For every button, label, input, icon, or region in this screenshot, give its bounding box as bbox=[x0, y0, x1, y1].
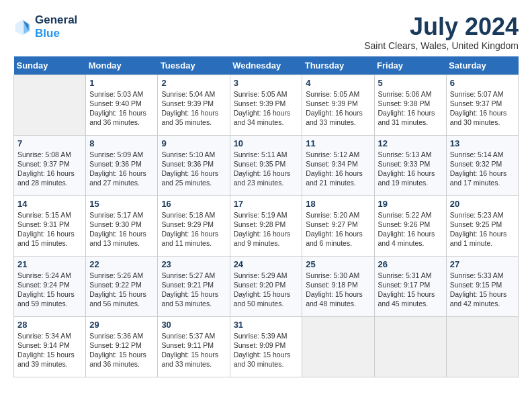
day-number: 14 bbox=[17, 199, 82, 209]
day-header-friday: Friday bbox=[374, 56, 446, 75]
day-number: 19 bbox=[378, 199, 443, 209]
calendar-cell: 21Sunrise: 5:24 AM Sunset: 9:24 PM Dayli… bbox=[14, 256, 86, 316]
day-number: 11 bbox=[306, 138, 370, 148]
calendar-week-1: 1Sunrise: 5:03 AM Sunset: 9:40 PM Daylig… bbox=[14, 75, 519, 135]
day-info: Sunrise: 5:13 AM Sunset: 9:33 PM Dayligh… bbox=[378, 150, 443, 188]
day-header-monday: Monday bbox=[86, 56, 158, 75]
calendar-body: 1Sunrise: 5:03 AM Sunset: 9:40 PM Daylig… bbox=[14, 75, 519, 377]
day-info: Sunrise: 5:04 AM Sunset: 9:39 PM Dayligh… bbox=[161, 89, 226, 128]
calendar-cell: 31Sunrise: 5:39 AM Sunset: 9:09 PM Dayli… bbox=[230, 316, 302, 377]
day-info: Sunrise: 5:11 AM Sunset: 9:35 PM Dayligh… bbox=[234, 150, 299, 188]
calendar-cell: 20Sunrise: 5:23 AM Sunset: 9:25 PM Dayli… bbox=[446, 195, 518, 256]
day-info: Sunrise: 5:12 AM Sunset: 9:34 PM Dayligh… bbox=[306, 150, 370, 188]
day-number: 31 bbox=[234, 320, 299, 330]
day-number: 28 bbox=[17, 320, 82, 330]
day-info: Sunrise: 5:07 AM Sunset: 9:37 PM Dayligh… bbox=[450, 89, 515, 128]
page-header: General Blue July 2024 Saint Clears, Wal… bbox=[13, 13, 519, 51]
calendar-cell: 19Sunrise: 5:22 AM Sunset: 9:26 PM Dayli… bbox=[374, 195, 446, 256]
day-number: 18 bbox=[306, 199, 370, 209]
day-number: 25 bbox=[306, 259, 370, 269]
calendar-cell: 22Sunrise: 5:26 AM Sunset: 9:22 PM Dayli… bbox=[86, 256, 158, 316]
day-info: Sunrise: 5:09 AM Sunset: 9:36 PM Dayligh… bbox=[89, 150, 154, 188]
day-info: Sunrise: 5:31 AM Sunset: 9:17 PM Dayligh… bbox=[378, 271, 443, 309]
day-header-wednesday: Wednesday bbox=[230, 56, 302, 75]
calendar-cell: 18Sunrise: 5:20 AM Sunset: 9:27 PM Dayli… bbox=[302, 195, 374, 256]
day-number: 5 bbox=[378, 78, 443, 88]
calendar-week-2: 7Sunrise: 5:08 AM Sunset: 9:37 PM Daylig… bbox=[14, 135, 519, 195]
day-info: Sunrise: 5:10 AM Sunset: 9:36 PM Dayligh… bbox=[161, 150, 226, 188]
day-number: 17 bbox=[234, 199, 299, 209]
day-number: 21 bbox=[17, 259, 82, 269]
day-info: Sunrise: 5:36 AM Sunset: 9:12 PM Dayligh… bbox=[89, 331, 154, 369]
day-info: Sunrise: 5:20 AM Sunset: 9:27 PM Dayligh… bbox=[306, 210, 370, 248]
day-info: Sunrise: 5:14 AM Sunset: 9:32 PM Dayligh… bbox=[450, 150, 515, 188]
day-info: Sunrise: 5:08 AM Sunset: 9:37 PM Dayligh… bbox=[17, 150, 82, 188]
calendar-table: SundayMondayTuesdayWednesdayThursdayFrid… bbox=[13, 56, 519, 377]
day-info: Sunrise: 5:17 AM Sunset: 9:30 PM Dayligh… bbox=[89, 210, 154, 248]
calendar-cell: 27Sunrise: 5:33 AM Sunset: 9:15 PM Dayli… bbox=[446, 256, 518, 316]
day-info: Sunrise: 5:24 AM Sunset: 9:24 PM Dayligh… bbox=[17, 271, 82, 309]
calendar-cell: 16Sunrise: 5:18 AM Sunset: 9:29 PM Dayli… bbox=[158, 195, 230, 256]
calendar-cell: 25Sunrise: 5:30 AM Sunset: 9:18 PM Dayli… bbox=[302, 256, 374, 316]
day-info: Sunrise: 5:26 AM Sunset: 9:22 PM Dayligh… bbox=[89, 271, 154, 309]
day-number: 12 bbox=[378, 138, 443, 148]
day-number: 6 bbox=[450, 78, 515, 88]
day-number: 16 bbox=[161, 199, 226, 209]
calendar-cell: 14Sunrise: 5:15 AM Sunset: 9:31 PM Dayli… bbox=[14, 195, 86, 256]
calendar-header: SundayMondayTuesdayWednesdayThursdayFrid… bbox=[14, 56, 519, 75]
calendar-cell bbox=[14, 75, 86, 135]
day-info: Sunrise: 5:22 AM Sunset: 9:26 PM Dayligh… bbox=[378, 210, 443, 248]
calendar-cell: 23Sunrise: 5:27 AM Sunset: 9:21 PM Dayli… bbox=[158, 256, 230, 316]
day-number: 10 bbox=[234, 138, 299, 148]
calendar-cell: 7Sunrise: 5:08 AM Sunset: 9:37 PM Daylig… bbox=[14, 135, 86, 195]
day-header-sunday: Sunday bbox=[14, 56, 86, 75]
day-number: 26 bbox=[378, 259, 443, 269]
day-number: 24 bbox=[234, 259, 299, 269]
day-info: Sunrise: 5:33 AM Sunset: 9:15 PM Dayligh… bbox=[450, 271, 515, 309]
day-number: 23 bbox=[161, 259, 226, 269]
calendar-cell: 4Sunrise: 5:05 AM Sunset: 9:39 PM Daylig… bbox=[302, 75, 374, 135]
calendar-cell: 29Sunrise: 5:36 AM Sunset: 9:12 PM Dayli… bbox=[86, 316, 158, 377]
day-info: Sunrise: 5:30 AM Sunset: 9:18 PM Dayligh… bbox=[306, 271, 370, 309]
calendar-cell bbox=[374, 316, 446, 377]
day-info: Sunrise: 5:19 AM Sunset: 9:28 PM Dayligh… bbox=[234, 210, 299, 248]
logo-icon bbox=[13, 17, 32, 36]
day-info: Sunrise: 5:15 AM Sunset: 9:31 PM Dayligh… bbox=[17, 210, 82, 248]
month-year-title: July 2024 bbox=[364, 13, 519, 40]
calendar-cell: 10Sunrise: 5:11 AM Sunset: 9:35 PM Dayli… bbox=[230, 135, 302, 195]
day-number: 13 bbox=[450, 138, 515, 148]
calendar-cell: 30Sunrise: 5:37 AM Sunset: 9:11 PM Dayli… bbox=[158, 316, 230, 377]
day-info: Sunrise: 5:39 AM Sunset: 9:09 PM Dayligh… bbox=[234, 331, 299, 369]
day-number: 9 bbox=[161, 138, 226, 148]
calendar-cell: 26Sunrise: 5:31 AM Sunset: 9:17 PM Dayli… bbox=[374, 256, 446, 316]
day-number: 3 bbox=[234, 78, 299, 88]
day-info: Sunrise: 5:37 AM Sunset: 9:11 PM Dayligh… bbox=[161, 331, 226, 369]
calendar-cell bbox=[446, 316, 518, 377]
calendar-week-3: 14Sunrise: 5:15 AM Sunset: 9:31 PM Dayli… bbox=[14, 195, 519, 256]
day-info: Sunrise: 5:05 AM Sunset: 9:39 PM Dayligh… bbox=[306, 89, 370, 128]
logo-text: General Blue bbox=[35, 13, 77, 40]
day-number: 22 bbox=[89, 259, 154, 269]
day-number: 30 bbox=[161, 320, 226, 330]
calendar-cell: 28Sunrise: 5:34 AM Sunset: 9:14 PM Dayli… bbox=[14, 316, 86, 377]
day-number: 27 bbox=[450, 259, 515, 269]
calendar-cell: 1Sunrise: 5:03 AM Sunset: 9:40 PM Daylig… bbox=[86, 75, 158, 135]
calendar-cell: 9Sunrise: 5:10 AM Sunset: 9:36 PM Daylig… bbox=[158, 135, 230, 195]
day-number: 15 bbox=[89, 199, 154, 209]
calendar-week-4: 21Sunrise: 5:24 AM Sunset: 9:24 PM Dayli… bbox=[14, 256, 519, 316]
calendar-cell: 11Sunrise: 5:12 AM Sunset: 9:34 PM Dayli… bbox=[302, 135, 374, 195]
day-info: Sunrise: 5:23 AM Sunset: 9:25 PM Dayligh… bbox=[450, 210, 515, 248]
day-header-saturday: Saturday bbox=[446, 56, 518, 75]
day-header-thursday: Thursday bbox=[302, 56, 374, 75]
calendar-cell: 2Sunrise: 5:04 AM Sunset: 9:39 PM Daylig… bbox=[158, 75, 230, 135]
day-info: Sunrise: 5:03 AM Sunset: 9:40 PM Dayligh… bbox=[89, 89, 154, 128]
day-number: 8 bbox=[89, 138, 154, 148]
day-number: 4 bbox=[306, 78, 370, 88]
calendar-cell: 12Sunrise: 5:13 AM Sunset: 9:33 PM Dayli… bbox=[374, 135, 446, 195]
calendar-cell: 5Sunrise: 5:06 AM Sunset: 9:38 PM Daylig… bbox=[374, 75, 446, 135]
day-info: Sunrise: 5:29 AM Sunset: 9:20 PM Dayligh… bbox=[234, 271, 299, 309]
calendar-week-5: 28Sunrise: 5:34 AM Sunset: 9:14 PM Dayli… bbox=[14, 316, 519, 377]
calendar-cell: 3Sunrise: 5:05 AM Sunset: 9:39 PM Daylig… bbox=[230, 75, 302, 135]
calendar-cell: 6Sunrise: 5:07 AM Sunset: 9:37 PM Daylig… bbox=[446, 75, 518, 135]
day-number: 29 bbox=[89, 320, 154, 330]
